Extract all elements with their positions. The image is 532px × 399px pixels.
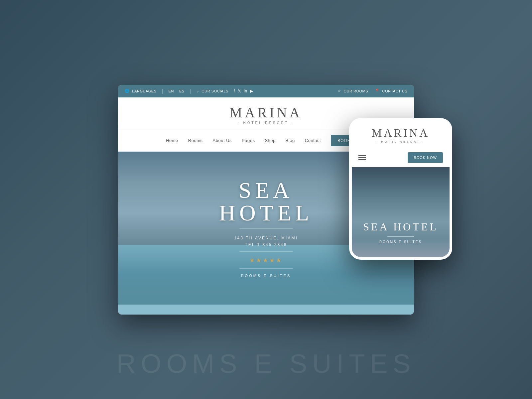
mobile-logo-sub: · HOTEL RESORT · [358,140,443,143]
mobile-hero: SEA HOTEL ROOMS E SUITES [352,167,450,257]
divider2: | [190,88,191,94]
divider: | [162,88,163,94]
hamburger-line1 [358,155,366,156]
hero-tel: TEL 1 345 2348 [192,242,340,247]
mobile-hero-title: SEA HOTEL [358,221,443,233]
main-container: 🌐 LANGUAGES | EN ES | ⬦ OUR SOCIALS f 𝕏 … [53,85,479,315]
hero-divider3 [239,268,293,269]
top-bar: 🌐 LANGUAGES | EN ES | ⬦ OUR SOCIALS f 𝕏 … [118,85,414,97]
facebook-icon[interactable]: f [234,89,235,93]
mobile-hero-rooms[interactable]: ROOMS E SUITES [358,240,443,244]
rooms-group[interactable]: ☆ OUR ROOMS [337,89,368,93]
mobile-mockup: MARINA · HOTEL RESORT · BOOK NOW SEA HOT… [349,118,452,260]
hamburger-line2 [358,157,366,158]
hero-stars: ★★★★★ [192,256,340,264]
nav-about[interactable]: About Us [213,138,232,143]
nav-shop[interactable]: Shop [265,138,275,143]
rooms-label: OUR ROOMS [343,89,368,93]
mobile-book-button[interactable]: BOOK NOW [408,152,443,163]
hamburger-menu[interactable] [358,155,366,160]
lang-en[interactable]: EN [169,89,174,93]
hero-divider1 [239,228,293,229]
hero-divider2 [239,251,293,252]
socials-label: OUR SOCIALS [201,89,228,93]
mobile-hero-divider [387,236,414,237]
nav-contact[interactable]: Contact [305,138,321,143]
youtube-icon[interactable]: ▶ [250,89,253,93]
social-icons: f 𝕏 in ▶ [234,89,253,93]
hero-content: SEA HOTEL 143 TH AVENUE, MIAMI TEL 1 345… [192,179,340,277]
mobile-logo-main: MARINA [358,127,443,139]
pin-icon: 📍 [375,89,380,93]
hamburger-line3 [358,159,366,160]
hero-title: SEA HOTEL [192,179,340,224]
contact-label: CONTACT US [382,89,408,93]
star-icon: ☆ [337,89,341,93]
languages-label: LANGUAGES [132,89,157,93]
mobile-nav: BOOK NOW [352,148,450,167]
social-group: ⬦ OUR SOCIALS [197,89,228,93]
linkedin-icon[interactable]: in [244,89,247,93]
nav-pages[interactable]: Pages [242,138,255,143]
top-bar-right: ☆ OUR ROOMS 📍 CONTACT US [337,89,407,93]
footer-bar [118,305,414,315]
twitter-icon[interactable]: 𝕏 [238,89,241,93]
globe-icon: 🌐 [125,89,130,93]
nav-home[interactable]: Home [166,138,178,143]
hero-address: 143 TH AVENUE, MIAMI [192,235,340,240]
mobile-hero-content: SEA HOTEL ROOMS E SUITES [352,221,450,244]
language-group: 🌐 LANGUAGES [125,89,156,93]
background-text: ROOMS E SUITES [117,348,416,379]
contact-group[interactable]: 📍 CONTACT US [375,89,407,93]
top-bar-left: 🌐 LANGUAGES | EN ES | ⬦ OUR SOCIALS f 𝕏 … [125,88,253,94]
share-icon: ⬦ [197,89,199,93]
mobile-header: MARINA · HOTEL RESORT · [352,121,450,148]
nav-rooms[interactable]: Rooms [188,138,203,143]
hero-rooms-link[interactable]: ROOMS E SUITES [192,273,340,277]
lang-es[interactable]: ES [179,89,185,93]
desktop-logo-main: MARINA [125,106,407,120]
nav-blog[interactable]: Blog [286,138,295,143]
